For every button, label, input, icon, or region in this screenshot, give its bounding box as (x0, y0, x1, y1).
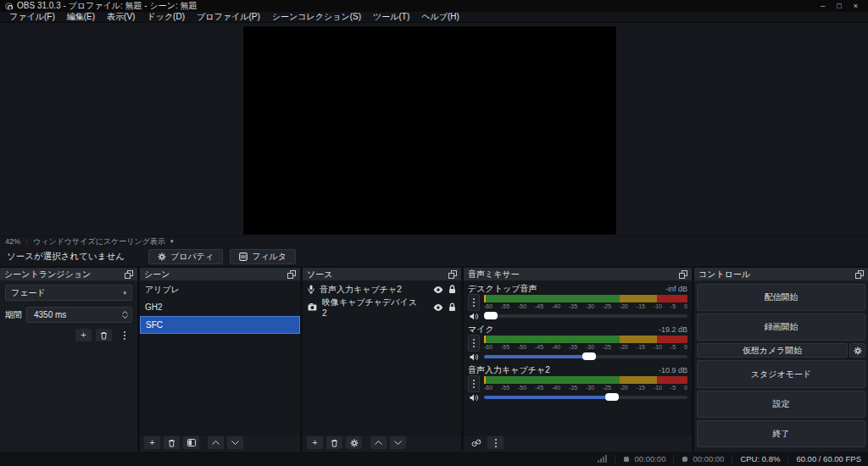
eye-icon[interactable] (433, 304, 443, 311)
scenes-title: シーン (144, 269, 170, 280)
slider-thumb[interactable] (484, 312, 498, 319)
popout-icon[interactable] (125, 270, 133, 279)
eye-icon[interactable] (433, 286, 443, 293)
menu-help[interactable]: ヘルプ(H) (415, 11, 465, 23)
channel-level: -10.9 dB (659, 366, 687, 374)
add-transition-button[interactable]: + (75, 329, 92, 341)
speaker-icon (470, 313, 479, 320)
popout-icon[interactable] (287, 270, 296, 279)
statusbar: 00:00:00 00:00:00 CPU: 0.8% 60.00 / 60.0… (0, 451, 868, 466)
popout-icon[interactable] (679, 270, 687, 279)
scene-down-button[interactable] (227, 436, 243, 449)
mute-button[interactable] (468, 392, 481, 402)
volume-meter (484, 336, 687, 343)
transition-select[interactable]: フェード ▾ (5, 285, 132, 301)
slider-thumb[interactable] (582, 352, 596, 360)
menubar: ファイル(F) 編集(E) 表示(V) ドック(D) プロファイル(P) シーン… (0, 12, 868, 23)
scene-filter-icon (187, 439, 196, 447)
scene-up-button[interactable] (208, 436, 224, 449)
titlebar: OBS 31.0.3 - プロファイル: 無題 - シーン: 無題 – □ × (0, 0, 868, 12)
menu-docks[interactable]: ドック(D) (141, 11, 191, 23)
virtual-camera-settings-button[interactable] (849, 343, 865, 358)
lock-icon[interactable] (448, 302, 456, 312)
chevron-down-icon[interactable] (122, 315, 128, 319)
lock-icon[interactable] (448, 285, 456, 294)
properties-button[interactable]: プロパティ (148, 249, 223, 264)
transition-menu-button[interactable] (116, 329, 132, 341)
scene-item[interactable]: アリプレ (140, 280, 300, 298)
slider-thumb[interactable] (605, 393, 619, 401)
mixer-channel-mic: マイク -19.2 dB -60-55-50-45-40-35-30-25-20… (468, 324, 687, 362)
scene-transitions-title: シーントランジション (4, 269, 91, 280)
scene-item-selected[interactable]: SFC (140, 316, 300, 334)
remove-source-button[interactable] (326, 436, 342, 449)
controls-title: コントロール (698, 269, 750, 280)
preview-canvas[interactable] (243, 26, 616, 235)
preview-status-row: 42% ウィンドウサイズにスケーリング表示 ▾ (0, 236, 868, 247)
mute-button[interactable] (468, 352, 481, 362)
source-down-button[interactable] (390, 436, 406, 449)
scene-item[interactable]: GH2 (140, 298, 300, 316)
mute-button[interactable] (468, 311, 481, 321)
close-button[interactable]: × (854, 2, 858, 10)
volume-slider[interactable] (484, 392, 687, 402)
source-properties-button[interactable] (346, 436, 362, 449)
advanced-audio-button[interactable] (468, 436, 484, 449)
scene-filters-button[interactable] (183, 436, 199, 449)
volume-slider[interactable] (484, 352, 687, 362)
exit-button[interactable]: 終了 (697, 420, 865, 447)
studio-mode-button[interactable]: スタジオモード (697, 360, 865, 387)
channel-menu-button[interactable] (468, 335, 480, 352)
stream-time: 00:00:00 (634, 454, 665, 463)
start-streaming-button[interactable]: 配信開始 (697, 284, 865, 311)
source-up-button[interactable] (370, 436, 387, 449)
menu-profile[interactable]: プロファイル(P) (191, 11, 266, 23)
db-scale: -60-55-50-45-40-35-30-25-20-15-10-50 (484, 303, 687, 310)
minimize-button[interactable]: – (821, 2, 825, 10)
chevron-down-icon (231, 441, 239, 445)
spinner-arrows[interactable] (122, 311, 130, 319)
chevron-down-icon (394, 441, 402, 445)
chevron-up-icon (375, 441, 382, 445)
remove-transition-button[interactable] (96, 329, 112, 341)
start-recording-button[interactable]: 録画開始 (697, 313, 865, 341)
channel-menu-button[interactable] (468, 294, 480, 311)
no-source-message: ソースが選択されていません (7, 251, 125, 263)
channel-menu-button[interactable] (468, 375, 480, 392)
source-item[interactable]: 映像キャプチャデバイス 2 (303, 298, 461, 316)
controls-dock: コントロール 配信開始 録画開始 仮想カメラ開始 スタジオモード 設定 終了 (694, 268, 868, 451)
mixer-menu-button[interactable] (487, 436, 504, 449)
gear-icon (350, 439, 359, 447)
source-item[interactable]: 音声入力キャプチャ2 (303, 280, 461, 298)
duration-spinner[interactable]: 4350 ms (26, 307, 132, 323)
popout-icon[interactable] (448, 270, 457, 279)
remove-scene-button[interactable] (164, 436, 180, 449)
menu-edit[interactable]: 編集(E) (61, 11, 101, 23)
menu-tools[interactable]: ツール(T) (367, 11, 415, 23)
channel-level: -19.2 dB (659, 325, 687, 334)
maximize-button[interactable]: □ (837, 2, 841, 10)
preview-zoom-value: 42% (5, 237, 20, 246)
filters-button[interactable]: フィルタ (230, 249, 296, 264)
channel-name: 音声入力キャプチャ2 (468, 364, 550, 376)
audio-mixer-dock: 音声ミキサー デスクトップ音声 -inf dB -60-55-50-45-40-… (464, 268, 692, 451)
chevron-up-icon[interactable] (122, 311, 128, 314)
preview-area (0, 23, 868, 236)
menu-file[interactable]: ファイル(F) (3, 11, 61, 23)
start-virtual-camera-button[interactable]: 仮想カメラ開始 (697, 343, 848, 358)
menu-view[interactable]: 表示(V) (101, 11, 141, 23)
gear-icon (158, 252, 166, 261)
docks-row: シーントランジション フェード ▾ 期間 4350 ms + (0, 268, 868, 451)
add-scene-button[interactable]: + (144, 436, 160, 449)
popout-icon[interactable] (855, 270, 864, 279)
preview-scale-label[interactable]: ウィンドウサイズにスケーリング表示 (33, 236, 165, 247)
volume-slider[interactable] (484, 311, 687, 321)
add-source-button[interactable]: + (307, 436, 323, 449)
chevron-down-icon[interactable]: ▾ (170, 238, 174, 245)
duration-label: 期間 (5, 309, 22, 321)
trash-icon (100, 331, 108, 340)
chevron-down-icon: ▾ (123, 290, 126, 297)
menu-scene-collection[interactable]: シーンコレクション(S) (266, 11, 367, 23)
volume-meter (484, 376, 687, 384)
settings-button[interactable]: 設定 (697, 391, 865, 418)
